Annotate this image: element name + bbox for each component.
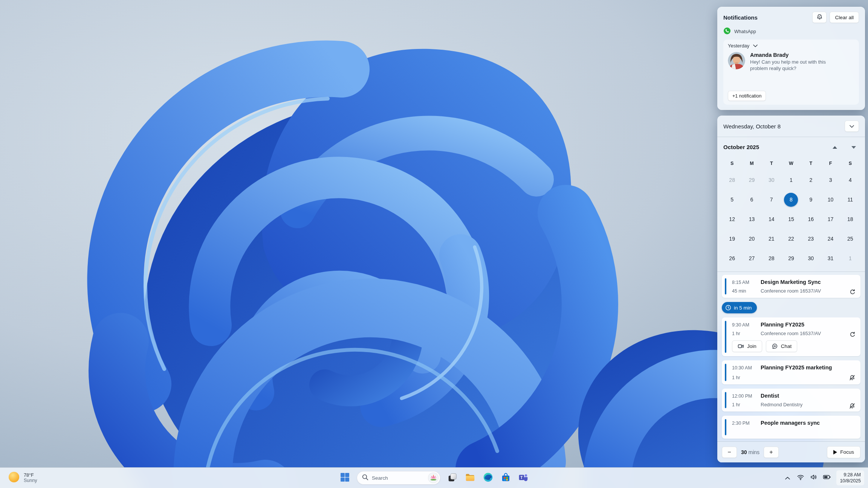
event-card[interactable]: 12:00 PMDentist1 hrRedmond Dentistry — [722, 389, 860, 412]
weather-condition: Sunny — [24, 478, 37, 483]
chat-button[interactable]: Chat — [766, 340, 798, 352]
event-title: Planning FY2025 marketing — [761, 364, 855, 371]
calendar-day[interactable]: 31 — [821, 249, 840, 268]
event-accent-bar — [725, 392, 726, 408]
do-not-disturb-button[interactable]: z z — [812, 12, 827, 23]
event-title: Planning FY2025 — [761, 322, 855, 328]
calendar-day[interactable]: 26 — [722, 249, 742, 268]
search-highlight-button[interactable] — [428, 473, 439, 483]
calendar-day[interactable]: 1 — [840, 249, 860, 268]
calendar-day[interactable]: 1 — [781, 170, 801, 190]
more-notifications-button[interactable]: +1 notification — [728, 91, 766, 101]
calendar-day[interactable]: 20 — [742, 229, 761, 249]
calendar-day[interactable]: 9 — [801, 190, 821, 209]
taskbar: 78°F Sunny Search — [0, 467, 868, 488]
calendar-day[interactable]: 13 — [742, 209, 761, 229]
search-icon — [362, 474, 368, 482]
start-focus-button[interactable]: Focus — [827, 446, 860, 458]
event-title: Dentist — [761, 393, 855, 399]
triangle-down-icon — [851, 146, 856, 149]
calendar-day[interactable]: 5 — [722, 190, 742, 209]
microsoft-store-button[interactable] — [498, 470, 513, 485]
calendar-day[interactable]: 25 — [840, 229, 860, 249]
calendar-day[interactable]: 3 — [821, 170, 840, 190]
event-card[interactable]: 10:30 AMPlanning FY2025 marketing1 hr — [722, 360, 860, 384]
calendar-day[interactable]: 17 — [821, 209, 840, 229]
calendar-day-selected[interactable]: 8 — [781, 190, 801, 209]
battery-icon — [823, 473, 831, 482]
calendar-day-header: M — [742, 161, 761, 166]
calendar-day-header: T — [801, 161, 821, 166]
volume-icon — [810, 473, 818, 482]
previous-month-button[interactable] — [830, 143, 840, 151]
tray-time: 9:28 AM — [844, 472, 861, 478]
calendar-day[interactable]: 21 — [762, 229, 781, 249]
calendar-day[interactable]: 24 — [821, 229, 840, 249]
video-icon — [738, 343, 744, 349]
calendar-day[interactable]: 28 — [762, 249, 781, 268]
bell-sleep-icon: z z — [816, 13, 823, 21]
teams-icon: T — [518, 472, 529, 484]
weather-widget[interactable]: 78°F Sunny — [5, 468, 40, 488]
triangle-up-icon — [833, 146, 837, 149]
calendar-day[interactable]: 6 — [742, 190, 761, 209]
calendar-day[interactable]: 16 — [801, 209, 821, 229]
clock-widget[interactable]: 9:28 AM 10/8/2025 — [836, 470, 864, 486]
calendar-day[interactable]: 30 — [762, 170, 781, 190]
clear-all-button[interactable]: Clear all — [830, 12, 859, 23]
calendar-day[interactable]: 22 — [781, 229, 801, 249]
join-button[interactable]: Join — [732, 340, 762, 352]
event-title: People managers sync — [761, 420, 855, 426]
calendar-day[interactable]: 28 — [722, 170, 742, 190]
notification-sender: Amanda Brady — [750, 52, 840, 58]
event-location — [761, 374, 855, 379]
notification-app-group-header[interactable]: WhatsApp — [723, 27, 859, 36]
bell-off-icon — [849, 374, 856, 381]
search-label: Search — [372, 475, 425, 481]
calendar-day[interactable]: 27 — [742, 249, 761, 268]
calendar-day[interactable]: 30 — [801, 249, 821, 268]
event-duration: 1 hr — [732, 402, 757, 407]
event-accent-bar — [725, 321, 726, 353]
calendar-day[interactable]: 7 — [762, 190, 781, 209]
calendar-day[interactable]: 18 — [840, 209, 860, 229]
teams-button[interactable]: T — [516, 470, 531, 485]
calendar-day[interactable]: 4 — [840, 170, 860, 190]
calendar-date-header: Wednesday, October 8 — [723, 123, 845, 130]
start-icon — [340, 473, 350, 483]
wifi-button[interactable] — [797, 474, 804, 482]
next-month-button[interactable] — [848, 143, 859, 151]
event-actions: JoinChat — [732, 340, 855, 352]
battery-button[interactable] — [823, 474, 831, 482]
notification-group-card: Yesterday — [723, 40, 859, 105]
calendar-day[interactable]: 2 — [801, 170, 821, 190]
volume-button[interactable] — [810, 474, 818, 482]
event-card[interactable]: 9:30 AMPlanning FY20251 hrConference roo… — [722, 317, 860, 356]
decrease-focus-time-button[interactable]: − — [722, 447, 737, 458]
search-input[interactable]: Search — [357, 471, 440, 485]
event-time: 12:00 PM — [732, 393, 757, 399]
notification-day-group[interactable]: Yesterday — [728, 43, 854, 49]
notification-item[interactable]: Amanda Brady Hey! Can you help me out wi… — [728, 52, 854, 72]
calendar-day[interactable]: 29 — [781, 249, 801, 268]
task-view-button[interactable] — [445, 470, 460, 485]
calendar-day[interactable]: 29 — [742, 170, 761, 190]
tray-overflow-button[interactable] — [784, 474, 791, 482]
event-card[interactable]: 2:30 PMPeople managers sync — [722, 416, 860, 439]
collapse-calendar-button[interactable] — [845, 120, 859, 132]
chevron-down-icon — [850, 124, 854, 129]
edge-button[interactable] — [480, 470, 495, 485]
calendar-day[interactable]: 11 — [840, 190, 860, 209]
calendar-day[interactable]: 12 — [722, 209, 742, 229]
event-card[interactable]: 8:15 AMDesign Marketing Sync45 minConfer… — [722, 275, 860, 298]
increase-focus-time-button[interactable]: + — [764, 447, 779, 458]
start-button[interactable] — [337, 470, 352, 485]
task-view-icon — [448, 473, 457, 483]
calendar-day[interactable]: 23 — [801, 229, 821, 249]
calendar-day[interactable]: 19 — [722, 229, 742, 249]
file-explorer-button[interactable] — [463, 470, 478, 485]
calendar-day[interactable]: 14 — [762, 209, 781, 229]
calendar-day[interactable]: 10 — [821, 190, 840, 209]
calendar-day-header: F — [821, 161, 840, 166]
calendar-day[interactable]: 15 — [781, 209, 801, 229]
